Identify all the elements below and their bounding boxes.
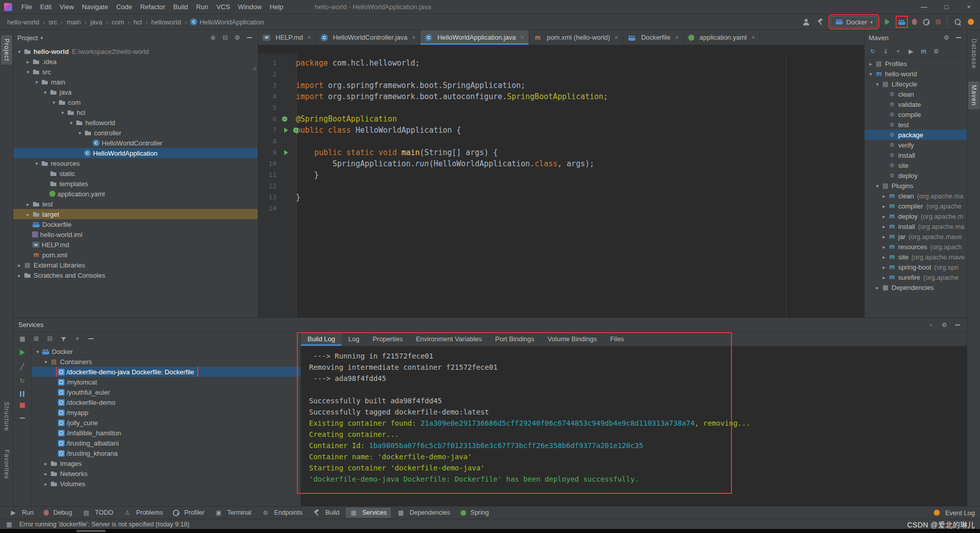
search-everywhere-button[interactable] xyxy=(954,18,962,26)
toolwindow-button-dependencies[interactable]: ▩Dependencies xyxy=(393,508,454,518)
notifications-icon[interactable] xyxy=(968,19,974,25)
breadcrumb-com[interactable]: com xyxy=(111,18,126,26)
close-tab-icon[interactable]: × xyxy=(412,34,415,41)
remove-service-button[interactable] xyxy=(87,335,95,343)
download-sources-button[interactable]: ⇓ xyxy=(881,47,890,55)
toolwindow-stripe-project[interactable]: Project xyxy=(1,35,12,65)
close-tab-icon[interactable]: × xyxy=(308,34,311,41)
detach-service-button[interactable] xyxy=(18,414,26,422)
docker-item-youthful-euler[interactable]: /youthful_euler xyxy=(32,387,300,397)
restart-service-button[interactable]: ↻ xyxy=(18,377,26,385)
view-options-button[interactable]: ▦ xyxy=(18,335,26,343)
editor-tab-help-md[interactable]: MHELP.md× xyxy=(258,30,316,45)
code-line-10[interactable]: 10 SpringApplication.run(HelloWorldAppli… xyxy=(258,158,864,169)
run-configuration-selector[interactable]: Docker ▾ xyxy=(831,16,877,27)
toolwindow-button-debug[interactable]: Debug xyxy=(40,508,76,517)
menu-edit[interactable]: Edit xyxy=(36,3,55,11)
menu-run[interactable]: Run xyxy=(192,3,212,11)
tree-expand-arrow-icon[interactable]: ▾ xyxy=(58,110,67,115)
stop-button[interactable] xyxy=(936,19,941,24)
docker-item-docker[interactable]: ▾Docker xyxy=(32,346,300,357)
code-line-2[interactable]: 2 xyxy=(258,69,864,80)
run-gutter-icon[interactable] xyxy=(282,126,290,134)
filter-button[interactable] xyxy=(59,335,68,343)
collaboration-icon[interactable] xyxy=(802,18,810,26)
project-item-application-yaml[interactable]: application.yaml xyxy=(13,189,258,199)
project-item-external-libraries[interactable]: ▸▤External Libraries xyxy=(13,260,258,270)
maven-item-clean[interactable]: ▸mclean (org.apache.ma xyxy=(865,191,967,201)
project-item-scratches-and-consoles[interactable]: ▸Scratches and Consoles xyxy=(13,270,258,280)
tree-expand-arrow-icon[interactable]: ▾ xyxy=(24,69,32,75)
tree-expand-arrow-icon[interactable]: ▾ xyxy=(76,130,84,136)
run-gutter-icon[interactable] xyxy=(282,149,290,157)
code-line-5[interactable]: 5 xyxy=(258,102,864,113)
maven-item-clean[interactable]: ⚙clean xyxy=(865,89,967,99)
project-item-helloworld[interactable]: ▾helloworld xyxy=(13,117,258,128)
toolwindow-stripe-maven[interactable]: Maven xyxy=(968,81,979,109)
tree-expand-arrow-icon[interactable]: ▸ xyxy=(42,471,50,477)
reimport-maven-button[interactable]: ↻ xyxy=(869,47,877,55)
toolwindow-stripe-database[interactable]: Database xyxy=(968,35,979,72)
menu-view[interactable]: View xyxy=(55,3,78,11)
expand-all-button[interactable]: ⊞ xyxy=(32,335,40,343)
maven-item-install[interactable]: ⚙install xyxy=(865,150,967,160)
code-line-8[interactable]: 8 xyxy=(258,136,864,147)
event-log-button[interactable]: Event Log xyxy=(934,509,975,517)
maven-item-site[interactable]: ⚙site xyxy=(865,160,967,170)
maven-item-hello-world[interactable]: ▾mhello-world xyxy=(865,69,967,79)
maven-item-test[interactable]: ⚙test xyxy=(865,120,967,130)
project-item-pom-xml[interactable]: mpom.xml xyxy=(13,250,258,260)
tree-expand-arrow-icon[interactable]: ▾ xyxy=(42,359,50,365)
maven-item-compile[interactable]: ⚙compile xyxy=(865,109,967,120)
project-item-static[interactable]: static xyxy=(13,168,258,179)
docker-item-mytomcat[interactable]: /mytomcat xyxy=(32,377,300,387)
toolwindow-button-profiler[interactable]: Profiler xyxy=(169,508,208,517)
tree-expand-arrow-icon[interactable]: ▾ xyxy=(34,349,42,354)
maven-item-package[interactable]: ⚙package xyxy=(865,130,967,140)
toolwindow-button-build[interactable]: Build xyxy=(309,508,344,518)
docker-deploy-button[interactable] xyxy=(898,18,906,26)
edit-configuration-button[interactable]: ╱ xyxy=(18,363,26,371)
settings-button[interactable]: ⚙ xyxy=(233,34,241,42)
toolwindow-button-todo[interactable]: ▤TODO xyxy=(78,508,117,518)
tree-expand-arrow-icon[interactable]: ▸ xyxy=(867,61,875,67)
stop-service-button[interactable] xyxy=(20,403,25,408)
project-item-controller[interactable]: ▾controller xyxy=(13,128,258,138)
maven-item-spring-boot[interactable]: ▸mspring-boot (org.spri xyxy=(865,262,967,272)
tree-expand-arrow-icon[interactable]: ▸ xyxy=(880,224,888,229)
tree-expand-arrow-icon[interactable]: ▸ xyxy=(880,193,888,199)
menu-navigate[interactable]: Navigate xyxy=(78,3,112,11)
toolwindow-button-services[interactable]: ▦Services xyxy=(346,508,391,518)
maven-item-surefire[interactable]: ▸msurefire (org.apache xyxy=(865,272,967,282)
collapse-all-button[interactable]: ⊟ xyxy=(221,34,229,42)
horizontal-scrollbar[interactable] xyxy=(76,530,106,532)
tree-expand-arrow-icon[interactable]: ▸ xyxy=(15,262,23,268)
code-line-13[interactable]: 13} xyxy=(258,192,864,203)
float-mode-button[interactable]: ▫ xyxy=(927,321,935,329)
close-button[interactable]: × xyxy=(958,0,980,14)
settings-button[interactable]: ⚙ xyxy=(940,321,948,329)
menu-help[interactable]: Help xyxy=(266,3,288,11)
tree-expand-arrow-icon[interactable]: ▾ xyxy=(33,161,41,166)
tree-expand-arrow-icon[interactable]: ▸ xyxy=(24,59,32,65)
tree-expand-arrow-icon[interactable]: ▸ xyxy=(880,203,888,209)
tree-expand-arrow-icon[interactable]: ▾ xyxy=(867,71,875,77)
add-service-button[interactable]: + xyxy=(73,335,81,343)
project-item-hello-world[interactable]: ▾hello-world E:\workspace2\hello-world xyxy=(13,46,258,56)
project-item-helloworldcontroller[interactable]: CHelloWorldController xyxy=(13,138,258,148)
maven-options-button[interactable]: ⚙ xyxy=(932,47,940,55)
tree-expand-arrow-icon[interactable]: ▸ xyxy=(880,244,888,250)
editor-tab-pom-xml-hello-world[interactable]: mpom.xml (hello-world)× xyxy=(529,30,623,45)
tree-expand-arrow-icon[interactable]: ▾ xyxy=(50,100,58,105)
breadcrumb-main[interactable]: main xyxy=(66,18,82,26)
tree-expand-arrow-icon[interactable]: ▸ xyxy=(880,275,888,280)
code-line-11[interactable]: 11 } xyxy=(258,169,864,181)
menu-refactor[interactable]: Refactor xyxy=(136,3,169,11)
editor-tab-dockerfile[interactable]: Dockerfile× xyxy=(623,30,684,45)
maximize-button[interactable]: □ xyxy=(935,0,958,14)
debug-button[interactable] xyxy=(912,19,917,25)
docker-item-infallible-hamilton[interactable]: /infallible_hamilton xyxy=(32,428,300,438)
project-panel-title[interactable]: Project xyxy=(17,34,38,42)
collapse-all-button[interactable]: ⊟ xyxy=(46,335,54,343)
docker-item-jolly-curie[interactable]: /jolly_curie xyxy=(32,418,300,428)
